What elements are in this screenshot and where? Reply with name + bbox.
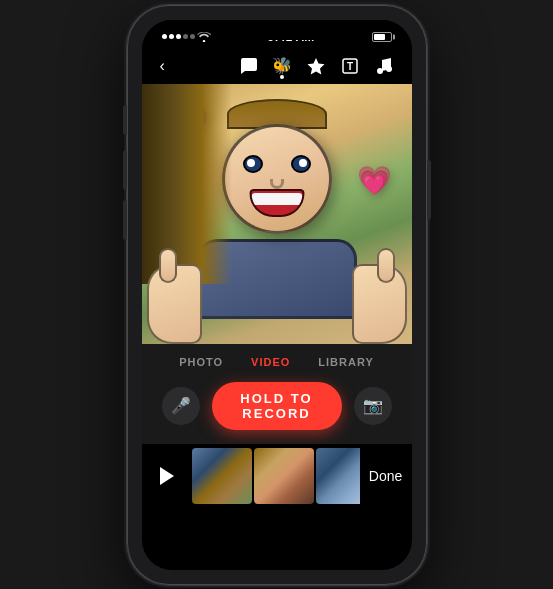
phone-frame: 9:41 AM ‹ 🐝: [127, 5, 427, 585]
phone-screen: 9:41 AM ‹ 🐝: [142, 20, 412, 570]
done-button[interactable]: Done: [369, 468, 402, 484]
signal-dot-2: [169, 34, 174, 39]
mouth: [249, 189, 304, 217]
done-button-area[interactable]: Done: [360, 468, 412, 484]
thumbnail-images: [192, 448, 360, 504]
signal-dot-1: [162, 34, 167, 39]
speech-bubble-icon[interactable]: [238, 56, 258, 76]
play-button-area[interactable]: [142, 467, 192, 485]
silent-button[interactable]: [123, 105, 127, 135]
photo-mode-tab[interactable]: PHOTO: [179, 356, 223, 368]
svg-text:T: T: [346, 61, 352, 72]
microphone-button[interactable]: 🎤: [162, 387, 200, 425]
right-hand: [352, 264, 407, 344]
battery-icon: [372, 32, 392, 42]
signal-dot-3: [176, 34, 181, 39]
svg-point-4: [386, 66, 392, 72]
toolbar-icons: 🐝 T: [238, 56, 394, 76]
sticker-icon[interactable]: 🐝: [272, 56, 292, 76]
pink-heart-emoji: 💗: [357, 164, 392, 197]
battery-fill: [374, 34, 385, 40]
star-icon[interactable]: [306, 56, 326, 76]
status-right: [372, 32, 392, 42]
sunflower-background: [142, 84, 232, 284]
thumbnail-2[interactable]: [254, 448, 314, 504]
thumbnail-3[interactable]: [316, 448, 360, 504]
thumbnail-1[interactable]: [192, 448, 252, 504]
microphone-icon: 🎤: [171, 396, 191, 415]
volume-up-button[interactable]: [123, 150, 127, 190]
signal-dot-4: [183, 34, 188, 39]
thumbnail-strip: Done: [142, 444, 412, 509]
signal-dot-5: [190, 34, 195, 39]
power-button[interactable]: [427, 160, 431, 220]
video-mode-tab[interactable]: VIDEO: [251, 356, 290, 368]
nose: [270, 179, 284, 189]
svg-marker-0: [307, 58, 324, 75]
face: [222, 124, 332, 234]
right-eye: [291, 155, 311, 173]
record-row: 🎤 HOLD TO RECORD 📷: [142, 376, 412, 444]
svg-point-3: [377, 68, 383, 74]
mode-tabs: PHOTO VIDEO LIBRARY: [142, 344, 412, 376]
library-mode-tab[interactable]: LIBRARY: [318, 356, 373, 368]
hold-record-label: HOLD TO RECORD: [212, 391, 342, 421]
left-eye: [243, 155, 263, 173]
toolbar: ‹ 🐝: [142, 48, 412, 84]
music-icon[interactable]: [374, 56, 394, 76]
chevron-down-button[interactable]: ‹: [160, 57, 165, 75]
play-icon: [160, 467, 174, 485]
notch: [217, 20, 337, 40]
text-icon[interactable]: T: [340, 56, 360, 76]
camera-flip-button[interactable]: 📷: [354, 387, 392, 425]
bottom-area: PHOTO VIDEO LIBRARY 🎤 HOLD TO RECORD 📷: [142, 344, 412, 509]
hold-to-record-button[interactable]: HOLD TO RECORD: [212, 382, 342, 430]
active-indicator: [280, 75, 284, 79]
camera-flip-icon: 📷: [363, 396, 383, 415]
camera-view[interactable]: 💜 💗: [142, 84, 412, 344]
wifi-icon: [197, 32, 211, 42]
signal-indicator: [162, 32, 211, 42]
volume-down-button[interactable]: [123, 200, 127, 240]
left-hand: [147, 264, 202, 344]
